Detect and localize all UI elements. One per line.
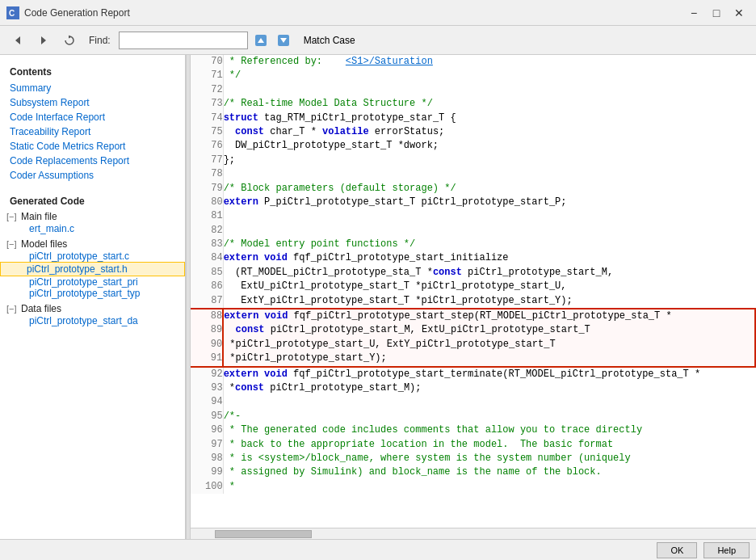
- find-next-button[interactable]: [274, 31, 293, 50]
- line-code-82: [223, 224, 755, 238]
- line-91: 91 *piCtrl_prototype_start_Y);: [191, 352, 755, 366]
- line-99: 99 * assigned by Simulink) and block_nam…: [191, 465, 755, 479]
- line-code-83: /* Model entry point functions */: [223, 238, 755, 251]
- line-code-91: *piCtrl_prototype_start_Y);: [223, 352, 755, 366]
- code-scroll-area[interactable]: 70 * Referenced by: <S1>/Saturation 71 *…: [191, 55, 756, 528]
- model-files-label: Model files: [21, 238, 67, 250]
- window-controls: − □ ✕: [683, 5, 750, 21]
- close-button[interactable]: ✕: [729, 5, 750, 21]
- help-button[interactable]: Help: [704, 542, 750, 558]
- line-num-88: 88: [191, 309, 223, 323]
- line-73: 73 /* Real-time Model Data Structure */: [191, 97, 755, 111]
- svg-marker-2: [15, 36, 20, 44]
- line-75: 75 const char_T * volatile errorStatus;: [191, 125, 755, 139]
- model-file-0-link[interactable]: piCtrl_prototype_start.c: [0, 251, 185, 262]
- line-code-77: };: [223, 154, 755, 167]
- line-code-88: extern void fqf_piCtrl_prototype_start_s…: [223, 309, 755, 323]
- line-num-81: 81: [191, 209, 223, 223]
- model-file-2-link[interactable]: piCtrl_prototype_start_pri: [0, 276, 185, 288]
- minimize-button[interactable]: −: [683, 5, 704, 21]
- model-files-toggle[interactable]: [−]: [6, 239, 19, 249]
- ert-main-c-link[interactable]: ert_main.c: [0, 223, 185, 234]
- line-87: 87 ExtY_piCtrl_prototype_start_T *piCtrl…: [191, 294, 755, 309]
- line-96: 96 * The generated code includes comment…: [191, 423, 755, 437]
- line-90: 90 *piCtrl_prototype_start_U, ExtY_piCtr…: [191, 338, 755, 352]
- main-files-header[interactable]: [−] Main file: [0, 210, 185, 223]
- data-files-header[interactable]: [−] Data files: [0, 302, 185, 315]
- nav-coder-assumptions[interactable]: Coder Assumptions: [0, 168, 185, 183]
- maximize-button[interactable]: □: [706, 5, 727, 21]
- line-78: 78: [191, 167, 755, 181]
- find-prev-button[interactable]: [251, 31, 271, 50]
- line-85: 85 (RT_MODEL_piCtrl_prototype_sta_T *con…: [191, 266, 755, 280]
- line-num-74: 74: [191, 112, 223, 125]
- refresh-button[interactable]: [58, 29, 81, 52]
- line-num-79: 79: [191, 182, 223, 196]
- scrollbar-thumb[interactable]: [215, 530, 312, 538]
- line-code-98: * is <system>/block_name, where system i…: [223, 452, 755, 465]
- model-file-3-link[interactable]: piCtrl_prototype_start_typ: [0, 288, 185, 299]
- nav-traceability[interactable]: Traceability Report: [0, 124, 185, 139]
- line-94: 94: [191, 395, 755, 409]
- nav-code-replacements[interactable]: Code Replacements Report: [0, 154, 185, 168]
- line-71: 71 */: [191, 69, 755, 82]
- line-code-79: /* Block parameters (default storage) */: [223, 182, 755, 196]
- code-table: 70 * Referenced by: <S1>/Saturation 71 *…: [191, 55, 756, 494]
- line-code-93: *const piCtrl_prototype_start_M);: [223, 381, 755, 395]
- line-code-74: struct tag_RTM_piCtrl_prototype_star_T {: [223, 112, 755, 125]
- nav-subsystem-report[interactable]: Subsystem Report: [0, 95, 185, 110]
- generated-code-title: Generated Code: [0, 191, 185, 210]
- line-num-87: 87: [191, 294, 223, 309]
- line-num-100: 100: [191, 480, 223, 494]
- line-num-85: 85: [191, 266, 223, 280]
- match-case-button[interactable]: Match Case: [296, 31, 363, 50]
- model-file-1-link[interactable]: piCtrl_prototype_start.h: [0, 262, 185, 276]
- line-num-96: 96: [191, 423, 223, 437]
- line-100: 100 *: [191, 480, 755, 494]
- toolbar: Find: Match Case: [0, 26, 756, 55]
- line-num-93: 93: [191, 381, 223, 395]
- main-layout: Contents Summary Subsystem Report Code I…: [0, 55, 756, 539]
- code-horizontal-scrollbar[interactable]: [191, 528, 756, 539]
- line-code-87: ExtY_piCtrl_prototype_start_T *piCtrl_pr…: [223, 294, 755, 309]
- line-74: 74 struct tag_RTM_piCtrl_prototype_star_…: [191, 112, 755, 125]
- nav-static-code-metrics[interactable]: Static Code Metrics Report: [0, 139, 185, 154]
- ok-button[interactable]: OK: [657, 542, 697, 558]
- status-bar: OK Help: [0, 539, 756, 560]
- line-num-97: 97: [191, 438, 223, 452]
- line-77: 77 };: [191, 154, 755, 167]
- nav-summary[interactable]: Summary: [0, 81, 185, 95]
- line-88: 88 extern void fqf_piCtrl_prototype_star…: [191, 309, 755, 323]
- contents-title: Contents: [0, 61, 185, 81]
- line-num-75: 75: [191, 125, 223, 139]
- line-code-78: [223, 167, 755, 181]
- data-files-toggle[interactable]: [−]: [6, 304, 19, 314]
- line-code-73: /* Real-time Model Data Structure */: [223, 97, 755, 111]
- line-num-99: 99: [191, 465, 223, 479]
- line-num-71: 71: [191, 69, 223, 82]
- nav-code-interface[interactable]: Code Interface Report: [0, 110, 185, 124]
- line-code-84: extern void fqf_piCtrl_prototype_start_i…: [223, 251, 755, 265]
- line-num-91: 91: [191, 352, 223, 366]
- line-93: 93 *const piCtrl_prototype_start_M);: [191, 381, 755, 395]
- line-num-80: 80: [191, 196, 223, 209]
- forward-button[interactable]: [32, 29, 55, 52]
- back-button[interactable]: [6, 29, 29, 52]
- line-code-72: [223, 83, 755, 97]
- line-code-81: [223, 209, 755, 223]
- line-num-70: 70: [191, 55, 223, 69]
- line-num-95: 95: [191, 410, 223, 423]
- find-label: Find:: [89, 35, 111, 46]
- find-input[interactable]: [119, 32, 248, 49]
- main-files-toggle[interactable]: [−]: [6, 212, 19, 221]
- right-panel: 70 * Referenced by: <S1>/Saturation 71 *…: [191, 55, 756, 539]
- line-80: 80 extern P_piCtrl_prototype_start_T piC…: [191, 196, 755, 209]
- line-num-94: 94: [191, 395, 223, 409]
- data-file-0-link[interactable]: piCtrl_prototype_start_da: [0, 315, 185, 326]
- line-num-92: 92: [191, 367, 223, 381]
- line-num-86: 86: [191, 280, 223, 293]
- line-code-100: *: [223, 480, 755, 494]
- model-files-header[interactable]: [−] Model files: [0, 238, 185, 251]
- line-num-82: 82: [191, 224, 223, 238]
- line-81: 81: [191, 209, 755, 223]
